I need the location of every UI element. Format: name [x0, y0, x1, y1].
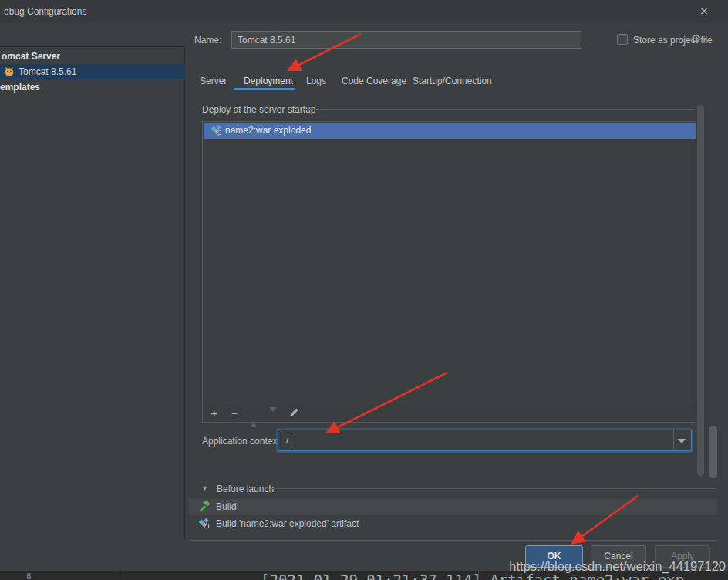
artifact-icon	[198, 518, 211, 535]
tree-group-templates[interactable]: emplates	[0, 79, 185, 95]
before-launch-title: Before launch	[217, 484, 274, 494]
before-launch-item-label: Build 'name2:war exploded' artifact	[216, 518, 359, 529]
name-label: Name:	[194, 35, 221, 46]
before-launch-item-build[interactable]: Build	[189, 499, 717, 515]
configurations-tree: omcat Server Tomcat 8.5.61 emplates	[0, 46, 185, 540]
content-scrollbar[interactable]	[697, 105, 704, 476]
collapse-triangle-icon[interactable]: ▼	[201, 484, 208, 492]
tab-server[interactable]: Server	[200, 76, 227, 86]
artifact-icon	[211, 124, 223, 142]
dialog-scrollbar[interactable]	[709, 426, 717, 478]
dialog-title-bar: ebug Configurations ×	[0, 0, 728, 23]
before-launch-item-build-artifact[interactable]: Build 'name2:war exploded' artifact	[189, 516, 717, 532]
tab-code-coverage[interactable]: Code Coverage	[342, 76, 406, 86]
store-as-project-file-checkbox[interactable]	[617, 34, 628, 45]
tree-group-label: emplates	[0, 82, 40, 93]
tree-item-label: Tomcat 8.5.61	[19, 66, 76, 77]
dialog-title: ebug Configurations	[4, 6, 86, 17]
tree-item-tomcat-8561[interactable]: Tomcat 8.5.61	[0, 64, 185, 79]
application-context-value: /	[286, 435, 288, 446]
gear-icon[interactable]: ⚙	[691, 32, 701, 46]
move-down-icon	[269, 412, 277, 423]
configurations-toolbar: az	[0, 23, 185, 46]
active-tab-underline	[234, 88, 295, 90]
artifact-list-item[interactable]: name2:war exploded	[204, 123, 696, 139]
deploy-section-title: Deploy at the server startup	[202, 104, 315, 115]
deploy-section-rule	[302, 109, 694, 110]
combobox-dropdown-button[interactable]	[673, 430, 691, 450]
tree-group-tomcat-server[interactable]: omcat Server	[0, 49, 185, 64]
deploy-artifacts-list[interactable]: name2:war exploded	[202, 121, 696, 405]
tree-group-label: omcat Server	[2, 51, 60, 62]
application-context-label: Application context:	[202, 436, 282, 447]
footer-separator	[189, 540, 717, 541]
remove-icon[interactable]: −	[228, 406, 241, 420]
before-launch-rule	[271, 488, 716, 489]
close-icon[interactable]: ×	[696, 4, 713, 19]
tab-deployment[interactable]: Deployment	[244, 76, 293, 86]
edit-pencil-icon[interactable]	[288, 406, 300, 420]
chevron-down-icon	[678, 439, 686, 443]
tab-logs[interactable]: Logs	[306, 76, 326, 86]
name-input[interactable]	[231, 31, 581, 49]
application-context-combobox[interactable]: /	[278, 430, 692, 451]
artifact-name: name2:war exploded	[225, 125, 311, 136]
move-up-icon	[250, 412, 258, 423]
tab-startup-connection[interactable]: Startup/Connection	[413, 76, 492, 86]
add-icon[interactable]: +	[208, 406, 221, 420]
before-launch-item-label: Build	[216, 501, 237, 512]
gear-dropdown-caret-icon: ▾	[703, 35, 706, 42]
watermark-text: https://blog.csdn.net/weixin_44197120	[0, 559, 726, 574]
text-caret	[292, 434, 292, 447]
